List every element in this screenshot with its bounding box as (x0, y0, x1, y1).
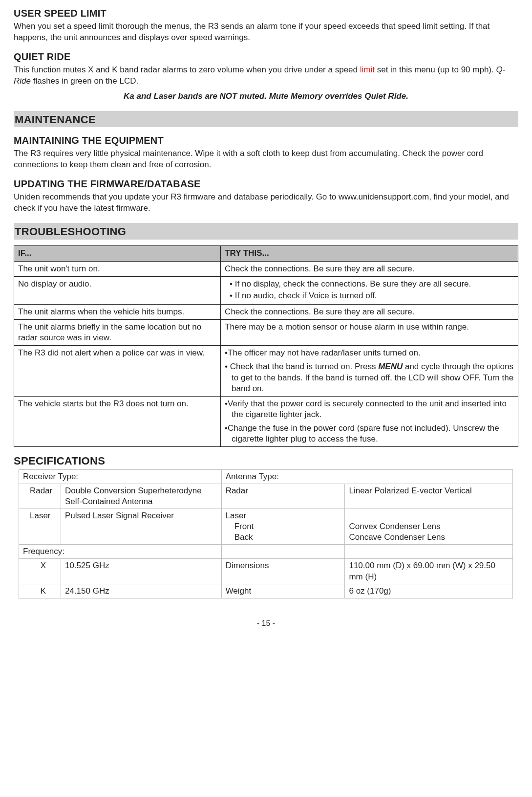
table-row: Receiver Type: Antenna Type: (19, 469, 513, 484)
cell-radar-ant-label: Radar (221, 484, 345, 509)
list-item: The officer may not have radar/laser uni… (225, 348, 514, 358)
th-if: IF... (14, 245, 221, 261)
table-row: The vehicle starts but the R3 does not t… (14, 396, 518, 446)
cell-weight-label: Weight (221, 584, 345, 598)
r4-li2-pre: Check that the band is turned on. Press (230, 362, 378, 371)
cell-radar-antenna: Linear Polarized E-vector Vertical (345, 484, 513, 509)
list-item: Change the fuse in the power cord (spare… (225, 423, 514, 444)
table-row: Radar Double Conversion Superheterodyne … (19, 484, 513, 509)
cell-antenna-label: Antenna Type: (221, 469, 513, 484)
heading-maintaining-equipment: MAINTAINING THE EQUIPMENT (14, 134, 518, 147)
cell-laser-receiver: Pulsed Laser Signal Receiver (61, 509, 221, 545)
cell-if: The unit alarms when the vehicle hits bu… (14, 305, 221, 320)
cell-if: The vehicle starts but the R3 does not t… (14, 396, 221, 446)
list-item: If no display, check the connections. Be… (225, 279, 514, 289)
table-row: K 24.150 GHz Weight 6 oz (170g) (19, 584, 513, 598)
list-item: Verify that the power cord is securely c… (225, 398, 514, 420)
list-item: Check that the band is turned on. Press … (225, 361, 514, 394)
cell-laser-ant-label: Laser Front Back (221, 509, 345, 545)
cell-try: There may be a motion sensor or house al… (221, 320, 518, 346)
cell-dim-label: Dimensions (221, 559, 345, 584)
table-row: X 10.525 GHz Dimensions 110.00 mm (D) x … (19, 559, 513, 584)
heading-user-speed-limit: USER SPEED LIMIT (14, 7, 518, 20)
cell-radar-receiver: Double Conversion Superheterodyne Self-C… (61, 484, 221, 509)
quiet-ride-post1: set in this menu (up to 90 mph). (375, 65, 496, 74)
table-row: The R3 did not alert when a police car w… (14, 346, 518, 396)
specifications-table: Receiver Type: Antenna Type: Radar Doubl… (19, 469, 513, 598)
heading-updating-firmware: UPDATING THE FIRMWARE/DATABASE (14, 177, 518, 191)
cell-k-val: 24.150 GHz (61, 584, 221, 598)
section-maintenance: MAINTENANCE (14, 111, 518, 128)
table-row: Frequency: (19, 545, 513, 559)
table-row: The unit alarms briefly in the same loca… (14, 320, 518, 346)
th-try: TRY THIS... (221, 245, 518, 261)
quiet-ride-red: limit (360, 65, 375, 74)
cell-if: The unit won't turn on. (14, 261, 221, 276)
cell-try: The officer may not have radar/laser uni… (221, 346, 518, 396)
cell-freq-label: Frequency: (19, 545, 222, 559)
heading-quiet-ride: QUIET RIDE (14, 50, 518, 64)
cell-laser-ant-values: Convex Condenser Lens Concave Condenser … (345, 509, 513, 545)
table-row: Laser Pulsed Laser Signal Receiver Laser… (19, 509, 513, 545)
cell-empty (221, 545, 345, 559)
cell-try: Verify that the power cord is securely c… (221, 396, 518, 446)
troubleshooting-table: IF... TRY THIS... The unit won't turn on… (14, 245, 518, 447)
cell-if: No display or audio. (14, 276, 221, 304)
list-item: If no audio, check if Voice is turned of… (225, 290, 514, 301)
cell-laser-label: Laser (19, 509, 61, 545)
body-quiet-ride: This function mutes X and K band radar a… (14, 65, 518, 87)
laser-ant-title: Laser (226, 511, 247, 520)
laser-back-val: Concave Condenser Lens (349, 532, 445, 542)
cell-if: The unit alarms briefly in the same loca… (14, 320, 221, 346)
cell-try: Check the connections. Be sure they are … (221, 305, 518, 320)
laser-back-label: Back (226, 532, 341, 543)
quiet-ride-note: Ka and Laser bands are NOT muted. Mute M… (14, 91, 518, 102)
cell-weight-val: 6 oz (170g) (345, 584, 513, 598)
table-row: No display or audio. If no display, chec… (14, 276, 518, 304)
quiet-ride-pre: This function mutes X and K band radar a… (14, 65, 360, 74)
cell-x-label: X (19, 559, 61, 584)
cell-receiver-label: Receiver Type: (19, 469, 222, 484)
cell-if: The R3 did not alert when a police car w… (14, 346, 221, 396)
cell-try: If no display, check the connections. Be… (221, 276, 518, 304)
r4-li2-menu: MENU (378, 362, 403, 371)
table-row: The unit won't turn on. Check the connec… (14, 261, 518, 276)
cell-try: Check the connections. Be sure they are … (221, 261, 518, 276)
body-updating-firmware: Uniden recommends that you update your R… (14, 192, 518, 214)
cell-radar-label: Radar (19, 484, 61, 509)
body-user-speed-limit: When you set a speed limit thorough the … (14, 21, 518, 44)
cell-empty (345, 545, 513, 559)
table-row: The unit alarms when the vehicle hits bu… (14, 305, 518, 320)
cell-k-label: K (19, 584, 61, 598)
page-number: - 15 - (14, 618, 518, 629)
section-troubleshooting: TROUBLESHOOTING (14, 223, 518, 240)
laser-front-val: Convex Condenser Lens (349, 522, 440, 531)
laser-front-label: Front (226, 521, 341, 532)
quiet-ride-post2: flashes in green on the LCD. (31, 76, 138, 86)
cell-dim-val: 110.00 mm (D) x 69.00 mm (W) x 29.50 mm … (345, 559, 513, 584)
body-maintaining-equipment: The R3 requires very little physical mai… (14, 148, 518, 171)
heading-specifications: SPECIFICATIONS (14, 454, 518, 468)
cell-x-val: 10.525 GHz (61, 559, 221, 584)
